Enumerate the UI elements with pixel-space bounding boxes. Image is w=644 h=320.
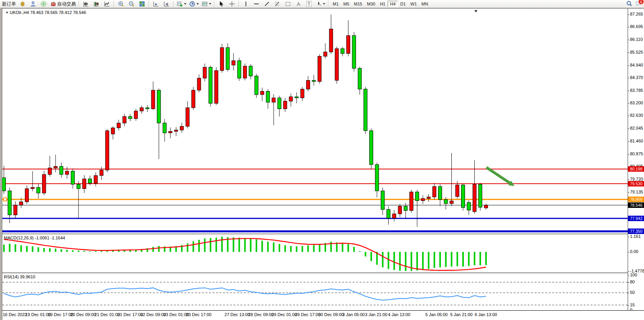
- candle-body: [387, 209, 390, 218]
- timeframe-m5[interactable]: M5: [341, 1, 351, 7]
- candle-chart-mode-button[interactable]: [91, 0, 102, 8]
- candle-body: [77, 184, 80, 188]
- time-axis-label: 19 Dec 01:00: [25, 312, 51, 317]
- text-label-tool-button[interactable]: T: [304, 0, 314, 8]
- fibonacci-icon: [274, 1, 281, 7]
- candle-body: [191, 90, 195, 108]
- timeframe-m15[interactable]: M15: [352, 1, 365, 7]
- macd-axis-label: 0.00: [630, 249, 638, 254]
- time-axis-label: 29 Dec 01:00: [272, 312, 297, 317]
- shapes-icon: [316, 1, 322, 7]
- candle-body: [209, 67, 212, 104]
- candle-body: [467, 202, 470, 210]
- rsi-axis-label: 15: [630, 302, 635, 307]
- new-order-button[interactable]: 新订单: [1, 0, 17, 8]
- ohlc-values: 78.463 78.565 78.412 78.546: [30, 10, 86, 15]
- timeframe-h4[interactable]: H4: [388, 1, 398, 7]
- price-axis-label: 84.370: [630, 75, 643, 80]
- candle-body: [42, 174, 46, 193]
- zoom-in-button[interactable]: [116, 0, 126, 8]
- toolbar-separator: [79, 1, 79, 7]
- search-icon[interactable]: [626, 0, 632, 7]
- templates-button[interactable]: [200, 0, 212, 8]
- timeframe-d1[interactable]: D1: [398, 1, 408, 7]
- symbol-timeframe-label: UKOil-,H4: [10, 10, 29, 15]
- accounts-button[interactable]: [28, 0, 38, 8]
- price-axis-label: 87.265: [630, 12, 643, 16]
- tile-windows-button[interactable]: [137, 0, 147, 8]
- notifications-button[interactable]: 1: [635, 0, 642, 7]
- axis-tick: [628, 293, 629, 293]
- arrows-tool-button[interactable]: [314, 0, 326, 8]
- candle-body: [479, 184, 482, 207]
- rsi-axis-label: 50: [630, 290, 635, 295]
- horizontal-line-tool-button[interactable]: [251, 0, 261, 8]
- candle-body: [8, 191, 11, 215]
- candles: [2, 14, 488, 227]
- timeframe-w1[interactable]: W1: [408, 1, 419, 7]
- candle-body: [416, 192, 419, 200]
- periods-button[interactable]: [188, 0, 200, 8]
- text-tool-button[interactable]: A: [293, 0, 304, 8]
- auto-scroll-button[interactable]: [151, 0, 161, 8]
- channel-icon: [285, 1, 291, 7]
- channel-tool-button[interactable]: [283, 0, 293, 8]
- price-axis-label: 80.875: [630, 151, 643, 156]
- auto-trading-button[interactable]: 自动交易: [49, 0, 77, 8]
- price-axis-label: 84.940: [630, 63, 643, 67]
- candle-body: [404, 206, 407, 211]
- time-axis-label: 4 Jan 13:00: [388, 312, 411, 317]
- chart-shift-button[interactable]: [161, 0, 172, 8]
- rsi-pane[interactable]: RSI(14) 39.9610: [2, 274, 628, 310]
- timeframe-m30[interactable]: M30: [365, 1, 377, 7]
- price-axis-label: 82.045: [630, 126, 643, 130]
- candle-body: [329, 29, 333, 52]
- tile-windows-icon: [139, 1, 145, 7]
- chart-window: ▼ UKOil-,H4 78.463 78.565 78.412 78.546 …: [2, 8, 644, 320]
- line-anchor-handle[interactable]: [4, 198, 7, 201]
- axis-tick: [628, 91, 629, 91]
- vertical-line-tool-button[interactable]: [241, 0, 251, 8]
- candlestick-icon: [93, 1, 100, 7]
- time-axis[interactable]: 16 Dec 202219 Dec 01:0019 Dec 17:0020 De…: [2, 310, 644, 320]
- cursor-tool-button[interactable]: [216, 0, 226, 8]
- fibonacci-tool-button[interactable]: [272, 0, 283, 8]
- rsi-chart: [2, 274, 628, 310]
- price-tag-78.809: 78.809: [628, 197, 644, 202]
- candle-body: [111, 128, 115, 134]
- price-axis-label: 83.200: [630, 100, 643, 105]
- candle-body: [347, 35, 350, 53]
- timeframe-h1[interactable]: H1: [377, 1, 388, 7]
- deposit-icon[interactable]: [18, 0, 28, 8]
- candle-body: [306, 80, 310, 89]
- line-chart-mode-button[interactable]: [102, 0, 112, 8]
- time-axis-label: 5 Jan 21:00: [450, 312, 473, 317]
- time-axis-label: 20 Dec 09:00: [70, 312, 96, 317]
- chart-shift-marker[interactable]: [474, 10, 477, 12]
- candle-body: [312, 80, 316, 81]
- bar-chart-mode-button[interactable]: [81, 0, 91, 8]
- timeframe-m1[interactable]: M1: [330, 1, 341, 7]
- candle-body: [220, 47, 224, 70]
- time-axis-label: 22 Dec 09:00: [140, 312, 166, 317]
- trend-arrow[interactable]: [486, 167, 511, 184]
- macd-pane[interactable]: MACD(12,26,9) -1.0061 -1.1644: [2, 235, 628, 273]
- price-pane[interactable]: ▼ UKOil-,H4 78.463 78.565 78.412 78.546: [2, 9, 628, 234]
- zoom-out-button[interactable]: [126, 0, 137, 8]
- price-axis-label: 82.630: [630, 113, 643, 118]
- axis-tick: [628, 141, 629, 142]
- candle-body: [266, 91, 270, 102]
- crosshair-tool-button[interactable]: [227, 0, 237, 8]
- toolbar-right-group: 1: [626, 0, 642, 7]
- trendline-tool-button[interactable]: [262, 0, 272, 8]
- indicators-button[interactable]: [175, 0, 188, 8]
- template-chart-icon: [202, 1, 208, 7]
- axis-tick: [628, 116, 629, 116]
- candle-body: [157, 90, 161, 123]
- symbol-dropdown-icon[interactable]: ▼: [5, 11, 9, 14]
- candle-body: [65, 171, 69, 174]
- price-axis[interactable]: 87.26586.69586.11085.52584.94084.37083.7…: [628, 9, 644, 310]
- axis-tick: [628, 53, 629, 53]
- signals-button[interactable]: [39, 0, 49, 8]
- timeframe-mn[interactable]: MN: [419, 1, 430, 7]
